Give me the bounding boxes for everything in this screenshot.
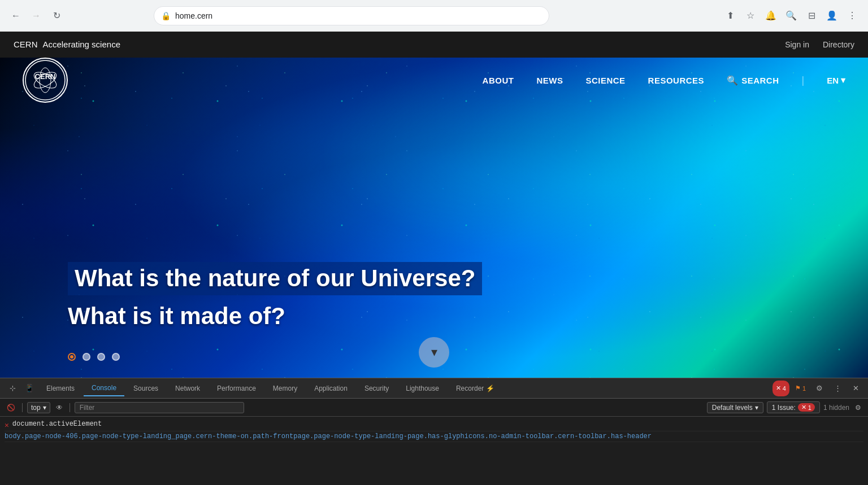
browser-actions: ⬆ ☆ 🔔 🔍 ⊟ 👤 ⋮: [721, 7, 861, 25]
error-badge[interactable]: ✕ 4: [772, 381, 789, 396]
devtools-tab-console[interactable]: Console: [84, 381, 124, 396]
slider-dot-3[interactable]: [97, 353, 105, 361]
slider-dot-2[interactable]: [83, 353, 90, 361]
cern-brand-text: CERN Accelerating science: [14, 40, 120, 49]
directory-link[interactable]: Directory: [823, 40, 854, 49]
devtools-tab-icons: ✕ 4 ⚑ 1 ⚙ ⋮ ✕: [772, 381, 863, 396]
hero-title-line2: What is it made of?: [68, 300, 285, 333]
devtools-device-button[interactable]: 📱: [21, 381, 37, 396]
context-selector[interactable]: top ▾: [27, 402, 50, 413]
hero-title: What is the nature of our Universe? What…: [68, 262, 482, 333]
warning-badge[interactable]: ⚑ 1: [792, 381, 809, 396]
hero-section: CERN ABOUT NEWS SCIENCE RESOURCES 🔍 SEAR…: [0, 58, 868, 378]
issues-label: 1 Issue:: [772, 404, 796, 412]
svg-text:CERN: CERN: [35, 72, 56, 81]
refresh-button[interactable]: ↻: [47, 7, 66, 25]
default-levels-label: Default levels: [712, 404, 753, 412]
warning-flag-icon: ⚑: [795, 384, 801, 392]
devtools-tab-performance[interactable]: Performance: [209, 381, 264, 396]
devtools-inspect-button[interactable]: ⊹: [5, 381, 20, 396]
devtools-close-button[interactable]: ✕: [848, 381, 863, 396]
slider-dot-4[interactable]: [112, 353, 120, 361]
url-text: home.cern: [175, 11, 212, 20]
scroll-down-button[interactable]: ▾: [419, 337, 449, 368]
devtools-settings-button[interactable]: ⚙: [811, 381, 827, 396]
toolbar-separator-2: [70, 403, 70, 412]
devtools-more-button[interactable]: ⋮: [830, 381, 845, 396]
notification-button[interactable]: 🔔: [762, 7, 780, 25]
nav-science[interactable]: SCIENCE: [585, 76, 625, 85]
issues-error-icon: ✕: [801, 404, 806, 411]
devtools-tab-memory[interactable]: Memory: [265, 381, 305, 396]
slider-dots: [68, 353, 120, 361]
chevron-down-icon: ▾: [431, 345, 437, 360]
layout-button[interactable]: ⊟: [802, 7, 821, 25]
devtools-tab-lighthouse[interactable]: Lighthouse: [398, 381, 447, 396]
hero-title-line1: What is the nature of our Universe?: [68, 262, 482, 295]
nav-lang-selector[interactable]: EN ▾: [827, 75, 845, 85]
cern-topbar: CERN Accelerating science Sign in Direct…: [0, 32, 868, 58]
slider-dot-1[interactable]: [68, 353, 76, 361]
context-label: top: [31, 404, 41, 412]
nav-separator: |: [801, 75, 804, 86]
profile-button[interactable]: 👤: [823, 7, 841, 25]
signin-link[interactable]: Sign in: [785, 40, 809, 49]
issues-badge[interactable]: 1 Issue: ✕ 1: [767, 401, 820, 413]
cern-nav-items: ABOUT NEWS SCIENCE RESOURCES 🔍 SEARCH | …: [483, 75, 845, 86]
cern-logo-svg: CERN: [24, 59, 67, 102]
console-filter-input[interactable]: [75, 402, 244, 413]
search-icon: 🔍: [727, 75, 738, 86]
website: CERN Accelerating science Sign in Direct…: [0, 32, 868, 485]
browser-chrome: ← → ↻ 🔒 home.cern ⬆ ☆ 🔔 🔍 ⊟ 👤 ⋮: [0, 0, 868, 32]
address-bar[interactable]: 🔒 home.cern: [154, 6, 549, 25]
devtools-tab-recorder[interactable]: Recorder ⚡: [448, 381, 502, 396]
devtools-tabs: ⊹ 📱 Elements Console Sources Network Per…: [0, 378, 868, 399]
lang-label: EN: [827, 76, 839, 85]
cern-topbar-right: Sign in Directory: [785, 40, 854, 49]
warning-count: 1: [802, 385, 806, 392]
devtools-tab-application[interactable]: Application: [306, 381, 355, 396]
cern-main-nav: CERN ABOUT NEWS SCIENCE RESOURCES 🔍 SEAR…: [0, 58, 868, 103]
console-error-icon: ✕: [5, 421, 9, 430]
issues-count-badge: ✕ 1: [798, 403, 815, 412]
nav-news[interactable]: NEWS: [536, 76, 563, 85]
console-text-2: body.page-node-406.page-node-type-landin…: [5, 432, 652, 440]
error-x-icon: ✕: [776, 384, 781, 392]
levels-chevron-icon: ▾: [755, 404, 758, 412]
lock-icon: 🔒: [161, 11, 171, 20]
bookmark-button[interactable]: ☆: [741, 7, 760, 25]
devtools-tab-security[interactable]: Security: [357, 381, 397, 396]
console-line-1: ✕ document.activeElement: [5, 419, 863, 431]
devtools-tab-sources[interactable]: Sources: [125, 381, 166, 396]
devtools-console[interactable]: ✕ document.activeElement body.page-node-…: [0, 417, 868, 485]
devtools-clear-button[interactable]: 🚫: [5, 403, 18, 413]
toolbar-right: Default levels ▾ 1 Issue: ✕ 1 1 hidden ⚙: [707, 401, 863, 413]
zoom-button[interactable]: 🔍: [782, 7, 800, 25]
devtools-settings-gear-button[interactable]: ⚙: [853, 403, 863, 413]
nav-search[interactable]: 🔍 SEARCH: [727, 75, 779, 86]
toolbar-separator-1: [22, 403, 23, 412]
cern-brand[interactable]: CERN Accelerating science: [14, 40, 120, 50]
console-line-2: body.page-node-406.page-node-type-landin…: [5, 431, 863, 442]
back-button[interactable]: ←: [7, 7, 25, 25]
context-chevron-icon: ▾: [43, 404, 46, 412]
search-label: SEARCH: [741, 76, 779, 85]
chevron-down-icon: ▾: [841, 75, 845, 85]
devtools-tab-elements[interactable]: Elements: [38, 381, 83, 396]
more-button[interactable]: ⋮: [843, 7, 861, 25]
devtools-toolbar: 🚫 top ▾ 👁 Default levels ▾ 1 Issue: ✕ 1: [0, 399, 868, 417]
browser-nav-buttons: ← → ↻: [7, 7, 66, 25]
hero-content: What is the nature of our Universe? What…: [68, 262, 482, 333]
share-button[interactable]: ⬆: [721, 7, 739, 25]
devtools-panel: ⊹ 📱 Elements Console Sources Network Per…: [0, 378, 868, 485]
nav-about[interactable]: ABOUT: [483, 76, 514, 85]
hidden-label: 1 hidden: [823, 404, 849, 412]
default-levels-button[interactable]: Default levels ▾: [707, 402, 763, 413]
nav-resources[interactable]: RESOURCES: [648, 76, 705, 85]
devtools-tab-network[interactable]: Network: [167, 381, 208, 396]
forward-button[interactable]: →: [27, 7, 45, 25]
issues-count: 1: [808, 404, 811, 411]
devtools-eye-button[interactable]: 👁: [54, 403, 65, 413]
cern-logo[interactable]: CERN: [23, 58, 68, 103]
error-count: 4: [783, 385, 786, 392]
